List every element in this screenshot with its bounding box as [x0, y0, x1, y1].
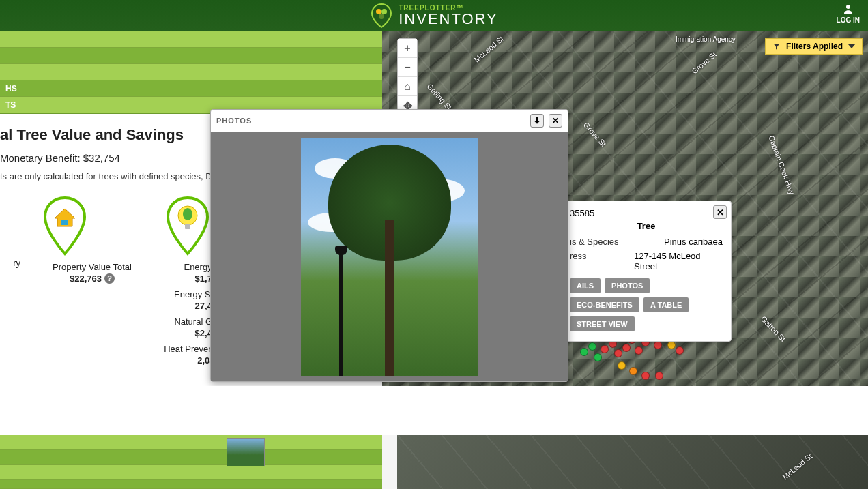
modal-header[interactable]: PHOTOS ⬇ ✕ [211, 110, 568, 132]
popup-type: Tree [570, 221, 723, 231]
filter-icon [772, 42, 781, 50]
street-gatton: Gatton St [760, 314, 787, 343]
close-icon[interactable]: ✕ [549, 114, 562, 128]
svg-point-1 [381, 9, 387, 14]
svg-point-3 [846, 5, 850, 9]
tree-dot[interactable] [580, 348, 588, 356]
user-icon [842, 3, 854, 15]
accordion-item[interactable]: HS [0, 80, 382, 97]
data-table-button[interactable]: A TABLE [643, 297, 689, 312]
filters-applied-button[interactable]: Filters Applied [765, 38, 863, 55]
tree-info-popup: ✕ 35585 Tree is & SpeciesPinus caribaea … [561, 201, 732, 342]
download-icon[interactable]: ⬇ [530, 114, 544, 128]
filters-label: Filters Applied [786, 42, 843, 51]
photo-thumbnail[interactable] [227, 438, 265, 466]
street-mcleod: McLeod St [472, 35, 505, 64]
tree-dot[interactable] [594, 353, 602, 361]
tree-dot[interactable] [614, 349, 622, 357]
tree-dot[interactable] [667, 341, 676, 349]
svg-point-0 [376, 9, 381, 14]
label-immigration: Immigration Agency [676, 35, 736, 43]
zoom-out-button[interactable]: − [398, 58, 417, 77]
tree-dot[interactable] [641, 372, 650, 380]
login-label: LOG IN [837, 16, 860, 24]
bottom-strip [0, 386, 868, 435]
map-controls: + − ⌂ ✥ [397, 38, 418, 116]
accordion-bar[interactable] [0, 435, 382, 450]
tree-dot[interactable] [618, 361, 626, 370]
accordion-bar[interactable] [0, 480, 382, 489]
accordion-bar[interactable] [0, 450, 382, 465]
modal-body [211, 132, 568, 381]
modal-title: PHOTOS [216, 117, 252, 125]
details-button[interactable]: AILS [570, 278, 601, 293]
street-view-button[interactable]: STREET VIEW [570, 316, 635, 331]
metric-cutoff: ry [0, 195, 20, 367]
bottom-accordion [0, 435, 382, 489]
tree-dot[interactable] [654, 341, 662, 349]
metric-property-value: Property Value Total $22,763? [41, 195, 143, 367]
svg-point-6 [183, 208, 192, 220]
photos-button[interactable]: PHOTOS [605, 278, 650, 293]
house-pin-icon [41, 195, 143, 256]
help-icon[interactable]: ? [104, 273, 115, 284]
svg-rect-7 [185, 224, 190, 229]
svg-rect-4 [61, 220, 68, 225]
app-header: TREEPLOTTER™ INVENTORY LOG IN [0, 0, 868, 31]
zoom-in-button[interactable]: + [398, 39, 417, 58]
street-mcleod-bottom: McLeod St [781, 452, 813, 481]
photos-modal: PHOTOS ⬇ ✕ [210, 109, 568, 382]
popup-id: 35585 [570, 208, 723, 218]
chevron-down-icon [848, 44, 855, 48]
brand-bottom: INVENTORY [399, 12, 498, 27]
street-grove: Grove St [690, 50, 718, 75]
close-icon[interactable]: ✕ [713, 205, 727, 219]
street-gelling: Gelling St [425, 82, 453, 111]
tree-dot[interactable] [655, 372, 663, 380]
tree-dot[interactable] [635, 346, 643, 355]
accordion-bar[interactable] [0, 64, 382, 80]
eco-benefits-button[interactable]: ECO-BENEFITS [570, 297, 639, 312]
home-extent-button[interactable]: ⌂ [398, 77, 417, 96]
accordion-bar[interactable] [0, 465, 382, 480]
tree-dot[interactable] [629, 367, 637, 375]
tree-dot[interactable] [601, 345, 609, 353]
street-cook: Captain Cook Hwy [767, 134, 796, 196]
tree-dot[interactable] [588, 342, 596, 351]
accordion: HS TS [0, 31, 382, 114]
accordion-bar[interactable] [0, 48, 382, 64]
tree-photo [301, 138, 478, 376]
popup-buttons: AILS PHOTOS ECO-BENEFITS A TABLE STREET … [570, 278, 723, 331]
logo-pin-icon [370, 3, 393, 29]
brand-logo: TREEPLOTTER™ INVENTORY [370, 3, 498, 29]
accordion-bar[interactable] [0, 31, 382, 48]
tree-dot[interactable] [676, 346, 684, 355]
tree-dot[interactable] [622, 344, 631, 352]
bottom-map-strip: McLeod St [397, 435, 868, 489]
login-button[interactable]: LOG IN [837, 3, 860, 24]
street-grove2: Grove St [582, 121, 608, 148]
svg-point-2 [379, 14, 384, 19]
